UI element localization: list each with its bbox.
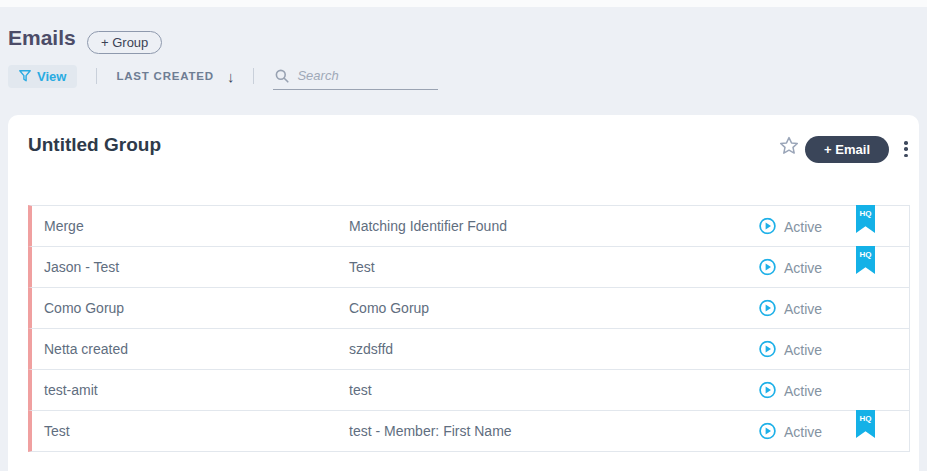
add-group-button[interactable]: + Group <box>87 31 162 54</box>
hq-ribbon-badge: HQ <box>856 410 875 438</box>
email-subject: test <box>349 382 372 398</box>
view-button-label: View <box>37 69 66 84</box>
email-subject: test - Member: First Name <box>349 423 512 439</box>
add-email-button[interactable]: + Email <box>805 136 889 163</box>
email-name[interactable]: Netta created <box>44 341 128 357</box>
favorite-star-icon[interactable] <box>776 134 802 160</box>
email-name[interactable]: Jason - Test <box>44 259 119 275</box>
hq-ribbon-badge: HQ <box>856 205 875 233</box>
email-subject: szdsffd <box>349 341 393 357</box>
status-label: Active <box>784 300 822 316</box>
email-name[interactable]: test-amit <box>44 382 98 398</box>
active-play-icon <box>759 259 776 276</box>
group-card: Untitled Group + Email NAME SUBJECT STAT… <box>8 115 919 471</box>
page-title: Emails <box>8 26 76 50</box>
window-top-edge <box>0 0 927 7</box>
email-status: Active <box>759 218 822 235</box>
search-input[interactable] <box>297 68 427 83</box>
email-status: Active <box>759 259 822 276</box>
sort-direction-down-icon[interactable]: ↓ <box>227 68 235 85</box>
email-subject: Como Gorup <box>349 300 429 316</box>
email-name[interactable]: Como Gorup <box>44 300 124 316</box>
active-play-icon <box>759 218 776 235</box>
hq-ribbon-badge: HQ <box>856 246 875 274</box>
email-subject: Matching Identifier Found <box>349 218 507 234</box>
status-label: Active <box>784 341 822 357</box>
view-filter-button[interactable]: View <box>8 65 77 88</box>
active-play-icon <box>759 300 776 317</box>
status-label: Active <box>784 218 822 234</box>
table-row[interactable]: Test test - Member: First Name Active HQ <box>28 410 910 452</box>
filter-funnel-icon <box>19 70 31 82</box>
status-label: Active <box>784 259 822 275</box>
email-name[interactable]: Test <box>44 423 70 439</box>
search-field <box>273 63 438 90</box>
table-row[interactable]: Merge Matching Identifier Found Active H… <box>28 205 910 247</box>
email-status: Active <box>759 300 822 317</box>
email-status: Active <box>759 423 822 440</box>
toolbar: View LAST CREATED ↓ <box>8 62 438 90</box>
divider <box>253 68 254 84</box>
table-row[interactable]: Netta created szdsffd Active HQ <box>28 328 910 370</box>
divider <box>96 68 97 84</box>
email-name[interactable]: Merge <box>44 218 84 234</box>
status-label: Active <box>784 382 822 398</box>
sort-order-label[interactable]: LAST CREATED <box>116 70 214 82</box>
active-play-icon <box>759 423 776 440</box>
status-label: Active <box>784 423 822 439</box>
table-row[interactable]: Jason - Test Test Active HQ <box>28 246 910 288</box>
email-table: Merge Matching Identifier Found Active H… <box>28 206 910 452</box>
email-status: Active <box>759 382 822 399</box>
table-row[interactable]: Como Gorup Como Gorup Active HQ <box>28 287 910 329</box>
kebab-menu-icon[interactable] <box>900 139 912 159</box>
group-card-title: Untitled Group <box>28 134 161 156</box>
table-row[interactable]: test-amit test Active HQ <box>28 369 910 411</box>
active-play-icon <box>759 382 776 399</box>
search-icon <box>275 69 289 83</box>
email-status: Active <box>759 341 822 358</box>
email-subject: Test <box>349 259 375 275</box>
active-play-icon <box>759 341 776 358</box>
